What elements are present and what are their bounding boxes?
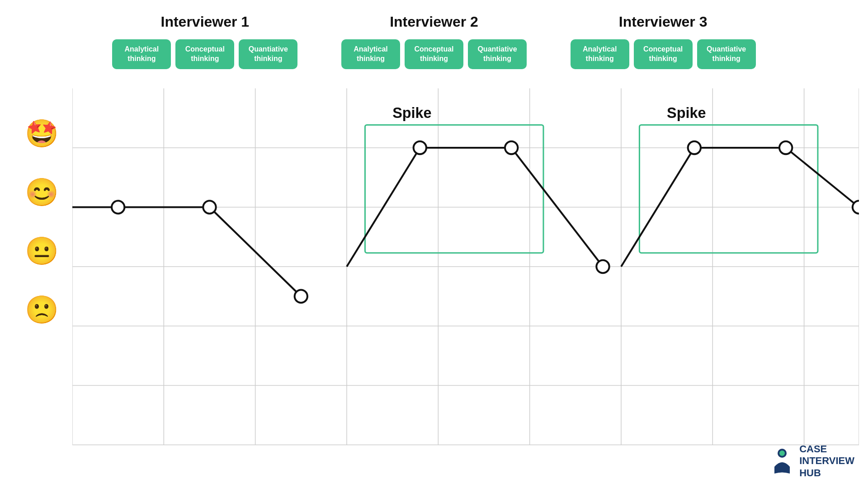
svg-point-19 bbox=[112, 201, 124, 213]
badge-analytical-3: Analytical thinking bbox=[571, 39, 629, 69]
svg-point-20 bbox=[203, 201, 216, 213]
interviewer-1-group: Interviewer 1 Analytical thinking Concep… bbox=[90, 14, 320, 69]
badge-quantitative-2: Quantiative thinking bbox=[468, 39, 527, 69]
emoji-neutral: 😐 bbox=[25, 221, 59, 280]
chart-area: Spike Spike bbox=[72, 81, 859, 452]
badge-analytical-2: Analytical thinking bbox=[341, 39, 400, 69]
svg-point-21 bbox=[295, 290, 307, 303]
interviewer-1-badges: Analytical thinking Conceptual thinking … bbox=[112, 39, 297, 69]
logo-icon bbox=[770, 446, 795, 476]
emoji-column: 🤩 😊 😐 🙁 bbox=[25, 104, 59, 339]
emoji-smile: 😊 bbox=[25, 163, 59, 221]
badge-conceptual-1: Conceptual thinking bbox=[175, 39, 234, 69]
main-container: Interviewer 1 Analytical thinking Concep… bbox=[0, 0, 868, 488]
emoji-star: 🤩 bbox=[25, 104, 59, 163]
svg-point-40 bbox=[779, 450, 785, 456]
interviewer-3-title: Interviewer 3 bbox=[619, 14, 708, 30]
svg-text:Spike: Spike bbox=[667, 105, 706, 121]
svg-point-36 bbox=[688, 141, 701, 154]
interviewer-2-group: Interviewer 2 Analytical thinking Concep… bbox=[320, 14, 549, 69]
chart-svg: Spike Spike bbox=[72, 81, 859, 452]
logo-text: CASE INTERVIEW HUB bbox=[799, 443, 854, 479]
badge-analytical-1: Analytical thinking bbox=[112, 39, 171, 69]
badge-conceptual-2: Conceptual thinking bbox=[405, 39, 463, 69]
svg-point-28 bbox=[505, 141, 518, 154]
logo-container: CASE INTERVIEW HUB bbox=[770, 443, 854, 479]
svg-text:Spike: Spike bbox=[392, 105, 431, 121]
svg-point-29 bbox=[596, 260, 609, 273]
interviewer-1-title: Interviewer 1 bbox=[161, 14, 250, 30]
svg-line-34 bbox=[786, 148, 859, 207]
logo-line1: CASE bbox=[799, 443, 854, 455]
interviewer-2-badges: Analytical thinking Conceptual thinking … bbox=[341, 39, 527, 69]
badge-quantitative-1: Quantiative thinking bbox=[239, 39, 297, 69]
svg-point-27 bbox=[414, 141, 426, 154]
logo-line3: HUB bbox=[799, 467, 854, 479]
badge-quantitative-3: Quantiative thinking bbox=[697, 39, 756, 69]
interviewers-row: Interviewer 1 Analytical thinking Concep… bbox=[0, 0, 868, 69]
logo-line2: INTERVIEW bbox=[799, 455, 854, 467]
interviewer-2-title: Interviewer 2 bbox=[390, 14, 478, 30]
svg-point-38 bbox=[853, 201, 859, 213]
emoji-sad: 🙁 bbox=[25, 280, 59, 339]
svg-point-37 bbox=[779, 141, 792, 154]
interviewer-3-badges: Analytical thinking Conceptual thinking … bbox=[571, 39, 756, 69]
interviewer-3-group: Interviewer 3 Analytical thinking Concep… bbox=[548, 14, 778, 69]
badge-conceptual-3: Conceptual thinking bbox=[634, 39, 693, 69]
